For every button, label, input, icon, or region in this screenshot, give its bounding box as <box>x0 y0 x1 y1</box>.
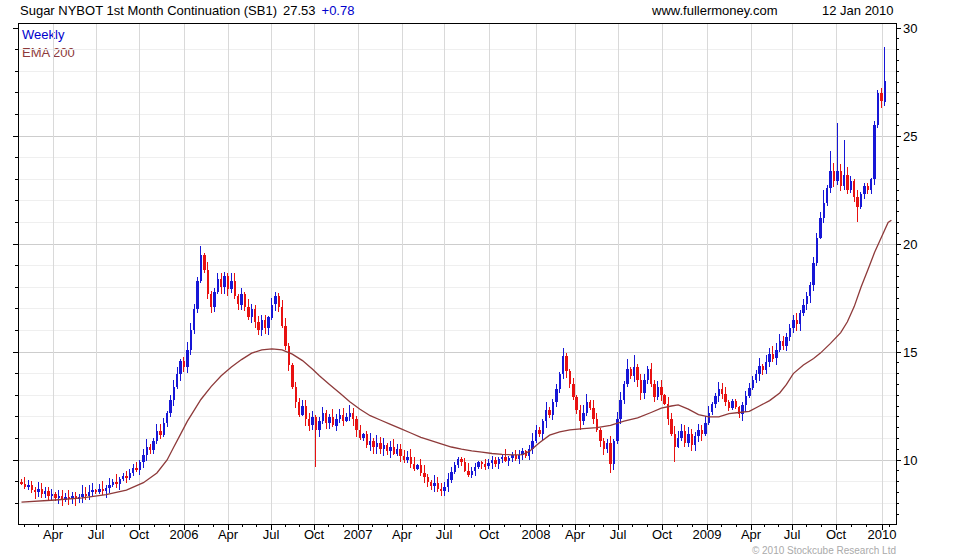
svg-text:Apr: Apr <box>43 527 64 542</box>
svg-text:Apr: Apr <box>218 527 239 542</box>
candles <box>20 47 886 506</box>
candlestick-chart: 1015202530AprJulOct2006AprJulOct2007AprJ… <box>0 0 980 560</box>
svg-text:Jul: Jul <box>610 527 627 542</box>
x-axis-labels: AprJulOct2006AprJulOct2007AprJulOct2008A… <box>43 527 897 542</box>
svg-text:Apr: Apr <box>565 527 586 542</box>
svg-text:10: 10 <box>903 453 917 468</box>
svg-text:Oct: Oct <box>652 527 673 542</box>
svg-text:Jul: Jul <box>436 527 453 542</box>
svg-text:2007: 2007 <box>344 527 373 542</box>
svg-text:2006: 2006 <box>170 527 199 542</box>
svg-text:2008: 2008 <box>522 527 551 542</box>
svg-text:Oct: Oct <box>304 527 325 542</box>
svg-text:20: 20 <box>903 237 917 252</box>
axis-ticks <box>13 28 901 530</box>
chart-window: Sugar NYBOT 1st Month Continuation (SB1)… <box>0 0 980 560</box>
svg-text:2010: 2010 <box>868 527 897 542</box>
svg-text:15: 15 <box>903 345 917 360</box>
copyright-label: © 2010 Stockcube Research Ltd <box>752 545 896 556</box>
y-axis-labels: 1015202530 <box>903 21 917 468</box>
grid-horizontal-major <box>18 136 896 460</box>
svg-text:30: 30 <box>903 21 917 36</box>
svg-text:Oct: Oct <box>826 527 847 542</box>
svg-text:2009: 2009 <box>693 527 722 542</box>
svg-text:Apr: Apr <box>392 527 413 542</box>
svg-text:Oct: Oct <box>129 527 150 542</box>
grid-vertical <box>53 23 882 524</box>
svg-text:Oct: Oct <box>479 527 500 542</box>
svg-text:Jul: Jul <box>263 527 280 542</box>
svg-text:25: 25 <box>903 129 917 144</box>
grid-horizontal-minor <box>18 50 896 504</box>
svg-text:Jul: Jul <box>784 527 801 542</box>
svg-text:Jul: Jul <box>88 527 105 542</box>
svg-text:Apr: Apr <box>741 527 762 542</box>
